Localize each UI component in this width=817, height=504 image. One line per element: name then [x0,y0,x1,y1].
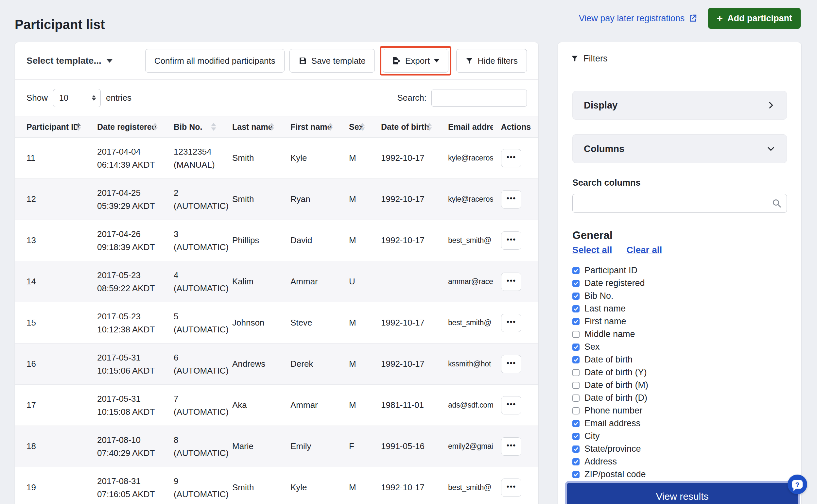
table-search-input[interactable] [432,90,527,107]
save-template-button[interactable]: Save template [289,49,375,73]
chevron-down-icon [107,59,112,63]
cell-bib-no: 2(AUTOMATIC) [162,179,221,220]
column-header-label: Email address [448,122,493,131]
cell-date-of-birth-value: 1992-10-17 [381,359,425,369]
checkbox-unchecked[interactable] [572,331,580,338]
column-header-last-name[interactable]: Last name [221,116,279,138]
export-label: Export [405,56,430,66]
checkbox-unchecked[interactable] [572,407,580,414]
columns-section-toggle[interactable]: Columns [572,134,787,163]
row-actions-button[interactable]: ••• [501,437,521,456]
sort-desc-icon [427,127,432,131]
sort-asc-icon [76,123,81,126]
cell-date-of-birth-value: 1991-05-16 [381,441,425,451]
column-checkbox-item-date-of-birth-d: Date of birth (D) [572,392,787,404]
checkbox-checked[interactable] [572,458,580,465]
cell-last-name: Phillips [221,220,279,261]
checkbox-checked[interactable] [572,471,580,478]
help-button[interactable]: ? [788,475,807,494]
column-header-date-of-birth[interactable]: Date of birth [369,116,437,138]
display-section-toggle[interactable]: Display [572,91,787,120]
row-actions-button[interactable]: ••• [501,396,521,414]
checkbox-checked[interactable] [572,305,580,312]
cell-sex-value: F [349,441,354,451]
plus-icon: + [717,13,723,24]
sort-asc-icon [152,123,158,126]
column-checkbox-item-participant-id: Participant ID [572,264,787,277]
email-value: best_smith@ [448,236,491,244]
column-header-sex[interactable]: Sex [337,116,369,138]
cell-date-of-birth: 1992-10-17 [369,344,437,385]
add-participant-button[interactable]: + Add participant [708,8,801,29]
participant-id-value: 15 [26,318,36,328]
row-actions-button[interactable]: ••• [501,190,521,209]
row-actions-button[interactable]: ••• [501,149,521,167]
sort-arrows-icon [427,123,432,131]
participant-id-value: 12 [26,194,36,204]
column-header-label: Date registered [97,122,157,131]
column-header-date-registered[interactable]: Date registered [86,116,162,138]
column-header-first-name[interactable]: First name [279,116,337,138]
checkbox-unchecked[interactable] [572,369,580,376]
search-columns-label: Search columns [572,178,787,188]
bib-assignment-type: (AUTOMATIC) [174,323,218,336]
export-highlight-annotation: Export [380,46,451,76]
cell-date-of-birth-value: 1992-10-17 [381,482,425,492]
checkbox-checked[interactable] [572,293,580,300]
participant-id-value: 18 [26,441,36,451]
checkbox-checked[interactable] [572,356,580,363]
add-participant-label: Add participant [727,13,792,24]
cell-date-of-birth: 1992-10-17 [369,220,437,261]
cell-actions: ••• [493,385,538,426]
checkbox-unchecked[interactable] [572,395,580,402]
checkbox-checked[interactable] [572,420,580,427]
row-actions-button[interactable]: ••• [501,355,521,373]
cell-first-name-value: Steve [290,318,312,328]
row-actions-button[interactable]: ••• [501,479,521,497]
cell-participant-id: 18 [15,426,86,467]
checkbox-unchecked[interactable] [572,382,580,389]
cell-email: best_smith@ [437,220,493,261]
column-header-label: Last name [232,122,273,131]
row-actions-button[interactable]: ••• [501,273,521,291]
checkbox-checked[interactable] [572,344,580,351]
confirm-all-modified-button[interactable]: Confirm all modified participants [145,49,284,73]
show-entries-control: Show 10 entries [26,89,131,107]
checkbox-checked[interactable] [572,267,580,274]
column-header-participant-id[interactable]: Participant ID [15,116,86,138]
sort-arrows-icon [328,123,333,131]
checkbox-checked[interactable] [572,280,580,287]
save-icon [298,57,307,65]
column-header-bib-no[interactable]: Bib No. [162,116,221,138]
search-columns-input[interactable] [572,194,787,213]
checkbox-checked[interactable] [572,433,580,440]
confirm-all-label: Confirm all modified participants [154,56,275,66]
bib-number: 7 [174,392,218,405]
clear-all-link[interactable]: Clear all [626,245,662,255]
entries-label: entries [106,93,131,103]
sort-arrows-icon [76,123,81,131]
checkbox-label: Bib No. [585,291,614,301]
row-actions-button[interactable]: ••• [501,314,521,332]
date-registered-date: 2017-05-23 [97,269,160,282]
cell-sex: M [337,385,369,426]
select-template-dropdown[interactable]: Select template... [26,56,112,66]
page-size-select[interactable]: 10 [53,89,101,107]
checkbox-checked[interactable] [572,318,580,325]
participant-table: Participant IDDate registeredBib No.Last… [15,116,538,504]
cell-last-name-value: Phillips [232,235,259,245]
hide-filters-button[interactable]: Hide filters [456,49,527,73]
export-button[interactable]: Export [383,49,449,73]
view-results-button[interactable]: View results [567,483,798,504]
select-all-link[interactable]: Select all [572,245,612,255]
cell-participant-id: 15 [15,302,86,344]
cell-date-of-birth-value: 1992-10-17 [381,153,425,163]
checkbox-checked[interactable] [572,445,580,453]
view-pay-later-link[interactable]: View pay later registrations [579,13,697,24]
cell-bib-no: 3(AUTOMATIC) [162,220,221,261]
cell-date-of-birth [369,261,437,302]
row-actions-button[interactable]: ••• [501,231,521,250]
table-row: 192017-08-3107:16:05 AKDT9(AUTOMATIC)Smi… [15,467,538,504]
checkbox-label: First name [585,316,626,327]
cell-first-name: Kyle [279,138,337,179]
